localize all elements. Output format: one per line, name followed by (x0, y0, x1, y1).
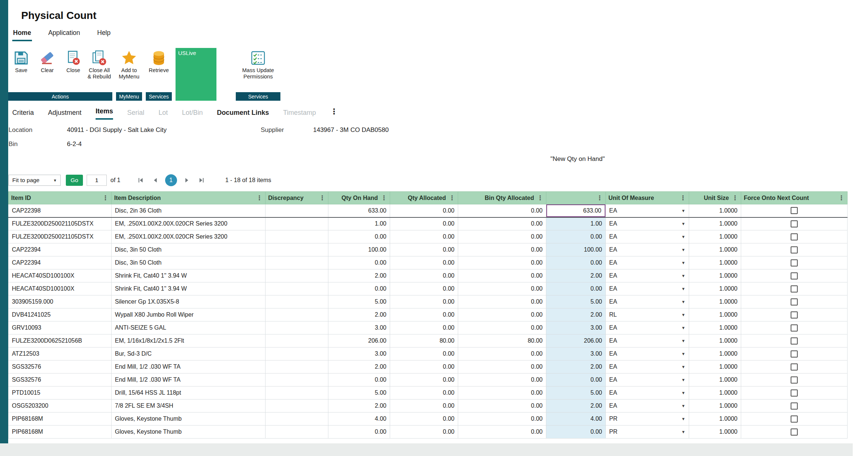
chevron-down-icon[interactable]: ▼ (681, 339, 685, 343)
chevron-down-icon[interactable]: ▼ (681, 417, 685, 421)
column-menu-icon[interactable]: ⋮ (102, 195, 109, 201)
uom-dropdown-cell[interactable]: PR▼ (606, 413, 689, 426)
column-menu-icon[interactable]: ⋮ (381, 195, 387, 201)
column-header-unit-size[interactable]: Unit Size⋮ (689, 192, 741, 204)
new-qty-on-hand-cell[interactable]: 100.00 (546, 243, 606, 256)
column-header-item-id[interactable]: Item ID⋮ (9, 192, 112, 204)
table-row[interactable]: CAP22394Disc, 3in 50 Cloth0.000.000.000.… (9, 256, 848, 269)
go-button[interactable]: Go (66, 175, 83, 186)
close-button[interactable]: Close (60, 48, 86, 74)
tab-adjustment[interactable]: Adjustment (48, 107, 81, 120)
uom-dropdown-cell[interactable]: EA▼ (606, 321, 689, 334)
column-header-item-description[interactable]: Item Description⋮ (112, 192, 266, 204)
tab-items[interactable]: Items (96, 105, 113, 120)
new-qty-on-hand-cell[interactable]: 3.00 (546, 321, 606, 334)
new-qty-on-hand-cell[interactable]: 5.00 (546, 387, 606, 400)
uom-dropdown-cell[interactable]: EA▼ (606, 282, 689, 295)
column-menu-icon[interactable]: ⋮ (256, 195, 263, 201)
table-row[interactable]: FULZE3200D250021105DSTXEM, .250X1.00X2.0… (9, 230, 848, 243)
column-menu-icon[interactable]: ⋮ (537, 195, 543, 201)
force-onto-next-count-checkbox[interactable] (791, 324, 798, 332)
menu-help[interactable]: Help (96, 28, 111, 41)
chevron-down-icon[interactable]: ▼ (681, 365, 685, 369)
new-qty-on-hand-cell[interactable]: 3.00 (546, 347, 606, 360)
force-onto-next-count-checkbox[interactable] (791, 363, 798, 371)
force-onto-next-count-checkbox[interactable] (791, 376, 798, 384)
column-header-new-qty-on-hand[interactable]: ⋮ (546, 192, 606, 204)
uom-dropdown-cell[interactable]: PR▼ (606, 426, 689, 439)
uom-dropdown-cell[interactable]: EA▼ (606, 373, 689, 387)
save-button[interactable]: Save (8, 48, 34, 74)
last-page-button[interactable] (194, 177, 209, 184)
retrieve-button[interactable]: Retrieve (146, 48, 172, 74)
tab-overflow-menu-icon[interactable]: ⋮ (330, 107, 338, 120)
force-onto-next-count-checkbox[interactable] (791, 298, 798, 305)
chevron-down-icon[interactable]: ▼ (681, 391, 685, 395)
column-menu-icon[interactable]: ⋮ (838, 195, 845, 201)
column-header-unit-of-measure[interactable]: Unit Of Measure⋮ (606, 192, 689, 204)
chevron-down-icon[interactable]: ▼ (681, 235, 685, 239)
uom-dropdown-cell[interactable]: EA▼ (606, 256, 689, 269)
uom-dropdown-cell[interactable]: RL▼ (606, 308, 689, 321)
uom-dropdown-cell[interactable]: EA▼ (606, 334, 689, 347)
uom-dropdown-cell[interactable]: EA▼ (606, 217, 689, 230)
table-row[interactable]: ATZ12503Bur, Sd-3 D/C3.000.000.003.00EA▼… (9, 347, 848, 360)
new-qty-on-hand-cell[interactable]: 0.00 (546, 373, 606, 387)
chevron-down-icon[interactable]: ▼ (681, 274, 685, 278)
chevron-down-icon[interactable]: ▼ (681, 430, 685, 434)
first-page-button[interactable] (133, 177, 148, 184)
uom-dropdown-cell[interactable]: EA▼ (606, 204, 689, 217)
uom-dropdown-cell[interactable]: EA▼ (606, 347, 689, 360)
new-qty-on-hand-cell[interactable]: 2.00 (546, 308, 606, 321)
uom-dropdown-cell[interactable]: EA▼ (606, 269, 689, 282)
tab-document-links[interactable]: Document Links (217, 107, 269, 120)
force-onto-next-count-checkbox[interactable] (791, 311, 798, 318)
table-row[interactable]: HEACAT40SD100100XShrink Fit, Cat40 1" 3.… (9, 282, 848, 295)
column-menu-icon[interactable]: ⋮ (732, 195, 738, 201)
column-menu-icon[interactable]: ⋮ (319, 195, 325, 201)
new-qty-on-hand-cell[interactable]: 1.00 (546, 217, 606, 230)
new-qty-on-hand-cell[interactable]: 0.00 (546, 426, 606, 439)
uom-dropdown-cell[interactable]: EA▼ (606, 400, 689, 413)
table-row[interactable]: GRV10093ANTI-SEIZE 5 GAL3.000.000.003.00… (9, 321, 848, 334)
chevron-down-icon[interactable]: ▼ (681, 313, 685, 317)
column-header-force-onto-next-count[interactable]: Force Onto Next Count⋮ (741, 192, 848, 204)
uom-dropdown-cell[interactable]: EA▼ (606, 387, 689, 400)
table-row[interactable]: DVB41241025Wypall X80 Jumbo Roll Wiper2.… (9, 308, 848, 321)
force-onto-next-count-checkbox[interactable] (791, 337, 798, 345)
column-menu-icon[interactable]: ⋮ (449, 195, 455, 201)
new-qty-on-hand-cell[interactable]: 5.00 (546, 295, 606, 308)
force-onto-next-count-checkbox[interactable] (791, 402, 798, 410)
menu-home[interactable]: Home (12, 28, 32, 41)
chevron-down-icon[interactable]: ▼ (681, 326, 685, 330)
table-row[interactable]: SGS32576End Mill, 1/2 .030 WF TA2.000.00… (9, 360, 848, 373)
chevron-down-icon[interactable]: ▼ (681, 404, 685, 408)
new-qty-on-hand-cell[interactable]: 2.00 (546, 269, 606, 282)
table-row[interactable]: PIP68168MGloves, Keystone Thumb0.000.000… (9, 426, 848, 439)
column-menu-icon[interactable]: ⋮ (597, 195, 603, 201)
new-qty-on-hand-cell[interactable]: 0.00 (546, 282, 606, 295)
fit-to-page-select[interactable]: Fit to page ▼ (9, 175, 61, 186)
current-page-indicator[interactable]: 1 (165, 174, 177, 186)
force-onto-next-count-checkbox[interactable] (791, 350, 798, 358)
column-header-bin-qty-allocated[interactable]: Bin Qty Allocated⋮ (458, 192, 546, 204)
force-onto-next-count-checkbox[interactable] (791, 259, 798, 266)
next-page-button[interactable] (179, 177, 194, 184)
table-row[interactable]: FULZE3200D062521056BEM, 1/16x1/8x1/2x1.5… (9, 334, 848, 347)
uom-dropdown-cell[interactable]: EA▼ (606, 295, 689, 308)
chevron-down-icon[interactable]: ▼ (681, 221, 685, 226)
table-row[interactable]: CAP22398Disc, 2in 36 Cloth633.000.000.00… (9, 204, 848, 217)
add-to-mymenu-button[interactable]: Add to MyMenu (116, 48, 142, 80)
tab-criteria[interactable]: Criteria (12, 107, 34, 120)
column-header-qty-allocated[interactable]: Qty Allocated⋮ (390, 192, 458, 204)
force-onto-next-count-checkbox[interactable] (791, 220, 798, 227)
column-menu-icon[interactable]: ⋮ (680, 195, 686, 201)
force-onto-next-count-checkbox[interactable] (791, 233, 798, 240)
table-row[interactable]: PTD10015Drill, 15/64 HSS JL 118pt5.000.0… (9, 387, 848, 400)
table-row[interactable]: PIP68168MGloves, Keystone Thumb4.000.000… (9, 413, 848, 426)
table-row[interactable]: 303905159.000Silencer Gp 1X.035X5-85.000… (9, 295, 848, 308)
close-all-rebuild-button[interactable]: Close All & Rebuild (86, 48, 112, 80)
mass-update-permissions-button[interactable]: Mass Update Permissions (236, 48, 280, 80)
force-onto-next-count-checkbox[interactable] (791, 246, 798, 253)
new-qty-on-hand-cell[interactable]: 2.00 (546, 400, 606, 413)
